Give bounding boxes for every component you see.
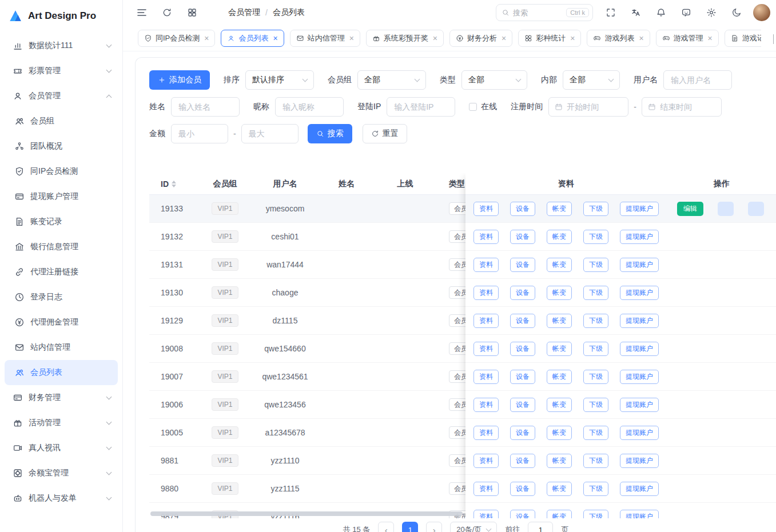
balance-change-button[interactable]: 帐变 <box>547 230 572 244</box>
tab[interactable]: 游戏记录 × <box>725 30 761 47</box>
tab[interactable]: 会员列表 × <box>221 30 284 47</box>
balance-change-button[interactable]: 帐变 <box>547 202 572 216</box>
balance-change-button[interactable]: 帐变 <box>547 370 572 384</box>
profile-button[interactable]: 资料 <box>473 426 499 440</box>
profile-button[interactable]: 资料 <box>473 370 499 384</box>
global-search[interactable]: Ctrl k <box>496 4 593 21</box>
member-group-select[interactable]: 全部 <box>357 70 426 90</box>
table-row[interactable]: 19133 VIP1 ymesocom 会员 <box>149 195 498 223</box>
balance-change-button[interactable]: 帐变 <box>547 398 572 412</box>
withdraw-account-button[interactable]: 提现账户 <box>620 258 659 272</box>
withdraw-account-button[interactable]: 提现账户 <box>620 454 659 468</box>
tab[interactable]: 站内信管理 × <box>290 30 360 47</box>
sidebar-item[interactable]: 银行信息管理 <box>5 234 118 259</box>
balance-change-button[interactable]: 帐变 <box>547 482 572 496</box>
tab[interactable]: 彩种统计 × <box>518 30 581 47</box>
subordinate-button[interactable]: 下级 <box>583 398 608 412</box>
device-button[interactable]: 设备 <box>510 398 535 412</box>
sidebar-item[interactable]: 数据统计111 <box>5 33 118 58</box>
withdraw-account-button[interactable]: 提现账户 <box>620 342 659 356</box>
amount-max-input[interactable] <box>241 124 299 143</box>
horizontal-scrollbar[interactable] <box>150 511 463 516</box>
table-row[interactable]: 19006 VIP1 qwe123456 会员 <box>149 391 498 419</box>
fullscreen-icon[interactable] <box>602 4 619 21</box>
breadcrumb-parent[interactable]: 会员管理 <box>228 7 260 18</box>
internal-select[interactable]: 全部 <box>563 70 620 90</box>
profile-button[interactable]: 资料 <box>473 482 499 496</box>
tab-list-chevron-down-icon[interactable] <box>773 34 774 43</box>
translate-icon[interactable] <box>627 4 644 21</box>
withdraw-account-button[interactable]: 提现账户 <box>620 510 659 519</box>
table-row[interactable]: 19131 VIP1 wan17444 会员 <box>149 251 498 279</box>
withdraw-account-button[interactable]: 提现账户 <box>620 314 659 328</box>
withdraw-account-button[interactable]: 提现账户 <box>620 286 659 300</box>
tab-close-icon[interactable]: × <box>433 34 437 42</box>
type-select[interactable]: 全部 <box>461 70 527 90</box>
sort-icon[interactable] <box>172 181 176 187</box>
withdraw-account-button[interactable]: 提现账户 <box>620 202 659 216</box>
settings-gear-icon[interactable] <box>703 4 720 21</box>
profile-button[interactable]: 资料 <box>473 230 499 244</box>
tab[interactable]: 游戏列表 × <box>587 30 650 47</box>
subordinate-button[interactable]: 下级 <box>583 314 608 328</box>
withdraw-account-button[interactable]: 提现账户 <box>620 230 659 244</box>
subordinate-button[interactable]: 下级 <box>583 342 608 356</box>
tab[interactable]: 系统彩预开奖 × <box>366 30 444 47</box>
page-size-select[interactable]: 20条/页 <box>450 522 497 532</box>
action-ghost-button[interactable] <box>748 202 764 216</box>
sidebar-item[interactable]: 彩票管理 <box>5 58 118 83</box>
nickname-input[interactable] <box>275 97 344 117</box>
table-row[interactable]: 9880 VIP1 yzz1115 会员 <box>149 475 498 503</box>
balance-change-button[interactable]: 帐变 <box>547 342 572 356</box>
sidebar-item[interactable]: 会员列表 <box>5 360 118 385</box>
sidebar-item[interactable]: 会员管理 <box>5 83 118 109</box>
subordinate-button[interactable]: 下级 <box>583 482 608 496</box>
balance-change-button[interactable]: 帐变 <box>547 286 572 300</box>
goto-page-input[interactable] <box>528 522 553 532</box>
subordinate-button[interactable]: 下级 <box>583 370 608 384</box>
profile-button[interactable]: 资料 <box>473 342 499 356</box>
sidebar-item[interactable]: 代理注册链接 <box>5 259 118 285</box>
sidebar-item[interactable]: 活动管理 <box>5 410 118 435</box>
table-row[interactable]: 19008 VIP1 qwe154660 会员 <box>149 335 498 363</box>
subordinate-button[interactable]: 下级 <box>583 454 608 468</box>
balance-change-button[interactable]: 帐变 <box>547 454 572 468</box>
apps-grid-icon[interactable] <box>184 4 201 21</box>
subordinate-button[interactable]: 下级 <box>583 426 608 440</box>
sidebar-item[interactable]: 提现账户管理 <box>5 184 118 209</box>
sidebar-item[interactable]: 财务管理 <box>5 385 118 410</box>
search-input[interactable] <box>513 9 563 17</box>
username-input[interactable] <box>663 70 732 90</box>
message-icon[interactable] <box>678 4 695 21</box>
edit-button[interactable]: 编辑 <box>677 202 703 216</box>
tab-close-icon[interactable]: × <box>708 34 713 42</box>
sort-select[interactable]: 默认排序 <box>245 70 314 90</box>
device-button[interactable]: 设备 <box>510 342 535 356</box>
withdraw-account-button[interactable]: 提现账户 <box>620 398 659 412</box>
device-button[interactable]: 设备 <box>510 454 535 468</box>
table-row[interactable]: 19132 VIP1 ceshi01 会员 <box>149 223 498 251</box>
device-button[interactable]: 设备 <box>510 230 535 244</box>
sidebar-item[interactable]: 账变记录 <box>5 209 118 234</box>
sidebar-item[interactable]: 代理佣金管理 <box>5 310 118 335</box>
withdraw-account-button[interactable]: 提现账户 <box>620 426 659 440</box>
dark-mode-moon-icon[interactable] <box>728 4 745 21</box>
subordinate-button[interactable]: 下级 <box>583 510 608 519</box>
device-button[interactable]: 设备 <box>510 314 535 328</box>
online-checkbox[interactable] <box>469 103 477 111</box>
column-header-id[interactable]: ID <box>149 179 198 189</box>
end-date-input[interactable] <box>642 97 722 117</box>
amount-min-input[interactable] <box>171 124 228 143</box>
subordinate-button[interactable]: 下级 <box>583 286 608 300</box>
search-button[interactable]: 搜索 <box>308 124 352 143</box>
add-member-button[interactable]: 添加会员 <box>149 70 210 90</box>
tab-close-icon[interactable]: × <box>570 34 575 42</box>
profile-button[interactable]: 资料 <box>473 398 499 412</box>
sidebar-item[interactable]: 同IP会员检测 <box>5 159 118 184</box>
profile-button[interactable]: 资料 <box>473 286 499 300</box>
profile-button[interactable]: 资料 <box>473 202 499 216</box>
login-ip-input[interactable] <box>387 97 455 117</box>
table-row[interactable]: 19005 VIP1 a12345678 会员 <box>149 419 498 447</box>
profile-button[interactable]: 资料 <box>473 454 499 468</box>
table-row[interactable]: 9881 VIP1 yzz1110 会员 <box>149 447 498 475</box>
